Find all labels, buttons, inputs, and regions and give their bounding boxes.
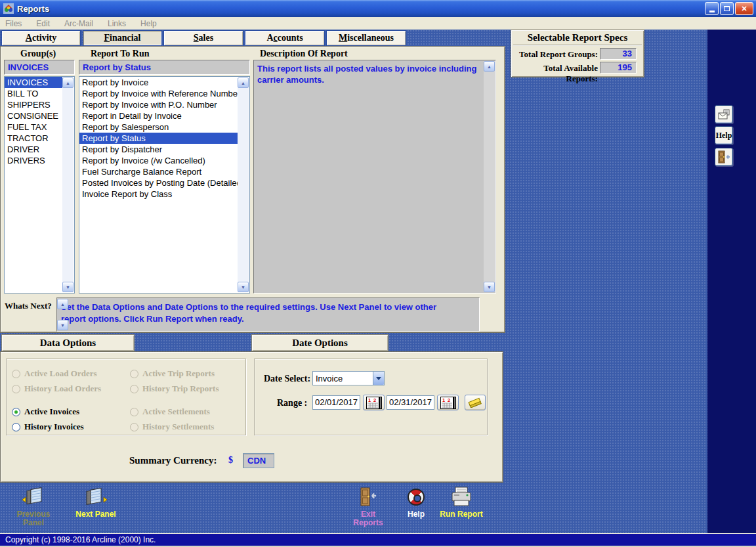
- scroll-up-icon[interactable]: ▲: [57, 299, 68, 309]
- mail-icon: [718, 109, 730, 120]
- list-item[interactable]: Report by Status: [79, 133, 238, 144]
- radio-history-settlements: History Settlements: [130, 422, 214, 432]
- exit-reports-button[interactable]: Exit Reports: [350, 485, 387, 527]
- radio-icon: [130, 370, 138, 378]
- tab-sales[interactable]: Sales: [163, 30, 243, 46]
- menu-help[interactable]: Help: [140, 19, 157, 28]
- report-selection-panel: Group(s) Report To Run Description Of Re…: [0, 46, 505, 333]
- list-item[interactable]: Report by Dispatcher: [79, 144, 238, 155]
- divider: [513, 45, 642, 46]
- list-item[interactable]: Report by Salesperson: [79, 121, 238, 133]
- scrollbar[interactable]: ▲ ▼: [484, 61, 495, 292]
- svg-text:1: 1: [442, 397, 445, 403]
- tab-data-options[interactable]: Data Options: [1, 334, 135, 351]
- radio-history-trip-reports: History Trip Reports: [130, 383, 219, 394]
- data-options-group: Active Load Orders History Load Orders A…: [6, 359, 246, 435]
- description-header: Description Of Report: [260, 49, 348, 59]
- tab-financial[interactable]: Financial: [83, 30, 162, 46]
- scroll-up-icon[interactable]: ▲: [484, 61, 495, 72]
- radio-active-settlements: Active Settlements: [130, 406, 210, 417]
- eraser-icon: [467, 397, 483, 408]
- total-available-reports-label: Total Available Reports:: [511, 63, 598, 84]
- list-item[interactable]: Fuel Surcharge Balance Report: [79, 166, 238, 177]
- total-report-groups-value: 33: [600, 48, 637, 60]
- next-panel-button[interactable]: Next Panel: [68, 485, 124, 519]
- list-item[interactable]: Report by Invoice (/w Cancelled): [79, 155, 238, 166]
- minimize-button[interactable]: [705, 2, 719, 15]
- radio-active-load-orders: Active Load Orders: [12, 368, 96, 379]
- description-text: This report lists all posted values by i…: [257, 63, 480, 85]
- description-box: This report lists all posted values by i…: [253, 60, 496, 294]
- calendar-to-button[interactable]: 1 2: [437, 395, 459, 410]
- radio-icon: [130, 423, 138, 431]
- list-item[interactable]: CONSIGNEE: [5, 110, 62, 121]
- report-to-run-header: Report To Run: [91, 49, 149, 59]
- list-item[interactable]: Invoice Report by Class: [79, 188, 238, 200]
- radio-icon[interactable]: [12, 408, 20, 416]
- close-button[interactable]: ✕: [735, 2, 753, 15]
- side-help-button[interactable]: Help: [715, 126, 733, 144]
- scroll-down-icon[interactable]: ▼: [57, 320, 68, 330]
- scroll-down-icon[interactable]: ▼: [238, 282, 249, 292]
- scrollbar[interactable]: ▲ ▼: [62, 77, 74, 292]
- menu-files[interactable]: Files: [5, 19, 22, 28]
- tab-activity[interactable]: Activity: [1, 30, 81, 46]
- list-item[interactable]: Report in Detail by Invoice: [79, 110, 238, 121]
- scroll-down-icon[interactable]: ▼: [62, 282, 74, 292]
- svg-text:2: 2: [373, 397, 376, 403]
- previous-panel-button[interactable]: Previous Panel: [10, 485, 56, 527]
- scroll-up-icon[interactable]: ▲: [62, 77, 74, 88]
- previous-panel-icon: [22, 487, 45, 508]
- help-button[interactable]: Help: [400, 485, 432, 519]
- title-bar: Reports ✕: [0, 0, 756, 17]
- list-item[interactable]: SHIPPERS: [5, 99, 62, 110]
- currency-value-box: CDN: [243, 453, 274, 468]
- calendar-from-button[interactable]: 1 2: [363, 395, 385, 410]
- groups-list: INVOICES BILL TO SHIPPERS CONSIGNEE FUEL…: [4, 76, 75, 294]
- list-item[interactable]: Report by Invoice: [79, 77, 238, 88]
- list-item[interactable]: DRIVER: [5, 144, 62, 155]
- list-item[interactable]: FUEL TAX: [5, 121, 62, 133]
- tab-accounts[interactable]: Accounts: [245, 30, 325, 46]
- status-bar: Copyright (c) 1998-2016 Arcline (2000) I…: [0, 533, 756, 547]
- date-select-label: Date Select:: [264, 374, 310, 384]
- menu-arc-mail[interactable]: Arc-Mail: [64, 19, 93, 28]
- run-report-button[interactable]: Run Report: [435, 485, 488, 519]
- restore-button[interactable]: [720, 2, 734, 15]
- radio-icon: [12, 370, 20, 378]
- whats-next-label: Whats Next?: [5, 301, 52, 311]
- radio-history-load-orders: History Load Orders: [12, 383, 101, 394]
- menu-edit[interactable]: Edit: [36, 19, 50, 28]
- calendar-icon: 1 2: [366, 397, 382, 409]
- menu-links[interactable]: Links: [108, 19, 126, 28]
- chevron-down-icon[interactable]: [373, 372, 384, 385]
- range-from-field[interactable]: 02/01/2017: [312, 395, 360, 410]
- radio-icon[interactable]: [12, 423, 20, 431]
- scroll-down-icon[interactable]: ▼: [484, 282, 495, 292]
- mail-button[interactable]: [715, 105, 733, 123]
- radio-history-invoices[interactable]: History Invoices: [12, 422, 84, 432]
- whats-next-box: Set the Data Options and Date Options to…: [56, 297, 480, 332]
- groups-header: Group(s): [20, 49, 56, 59]
- range-label: Range :: [277, 398, 307, 408]
- radio-active-invoices[interactable]: Active Invoices: [12, 406, 79, 417]
- list-item[interactable]: Report by Invoice with Reference Number: [79, 88, 238, 99]
- list-item[interactable]: DRIVERS: [5, 155, 62, 166]
- scrollbar[interactable]: ▲ ▼: [238, 77, 249, 292]
- date-select-dropdown[interactable]: Invoice: [312, 371, 385, 385]
- selected-report-field: Report by Status: [79, 60, 250, 75]
- next-panel-icon: [84, 487, 108, 508]
- radio-active-trip-reports: Active Trip Reports: [130, 368, 215, 379]
- copyright-text: Copyright (c) 1998-2016 Arcline (2000) I…: [5, 535, 156, 544]
- list-item[interactable]: TRACTOR: [5, 133, 62, 144]
- clear-dates-button[interactable]: [465, 395, 486, 410]
- list-item[interactable]: Report by Invoice with P.O. Number: [79, 99, 238, 110]
- list-item[interactable]: INVOICES: [5, 77, 62, 88]
- list-item[interactable]: BILL TO: [5, 88, 62, 99]
- range-to-field[interactable]: 02/31/2017: [387, 395, 434, 410]
- list-item[interactable]: Posted Invoices by Posting Date (Detaile…: [79, 177, 238, 188]
- side-exit-button[interactable]: [715, 148, 733, 166]
- tab-date-options[interactable]: Date Options: [251, 334, 388, 351]
- scroll-up-icon[interactable]: ▲: [238, 77, 249, 88]
- tab-miscellaneous[interactable]: Miscellaneous: [326, 30, 406, 46]
